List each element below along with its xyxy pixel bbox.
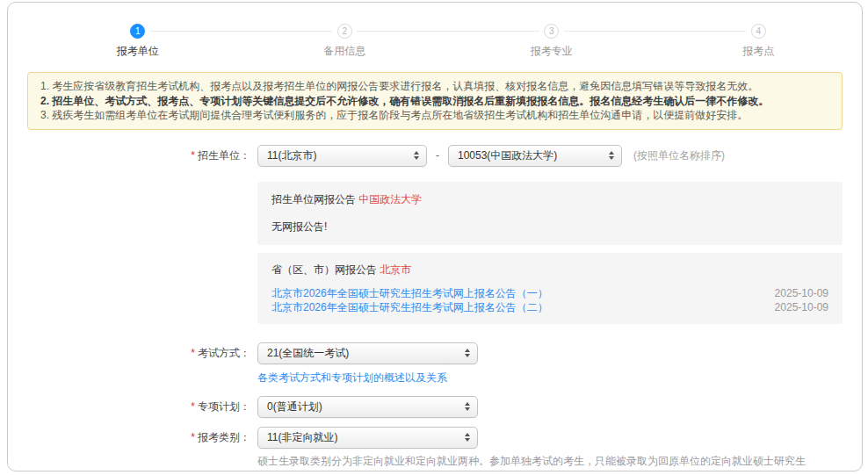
field-label-recruit-unit: *招生单位： [8, 148, 257, 163]
unit-select[interactable]: 10053(中国政法大学) [448, 145, 622, 167]
step-number-badge: 1 [130, 24, 145, 39]
province-select[interactable]: 11(北京市) [257, 145, 427, 167]
field-recruit-unit: *招生单位： 11(北京市) - 10053(中国政法大学) (按照单位名称排序… [8, 145, 862, 167]
registration-card: 1 报考单位 2 备用信息 3 报考专业 4 报考点 1. 考生应按省级教育招生… [7, 2, 863, 471]
step-number-badge: 2 [337, 24, 352, 39]
step-label: 报考专业 [531, 44, 573, 59]
step-number-badge: 4 [751, 24, 766, 39]
select-arrow-icon [465, 433, 470, 442]
exam-method-help-link[interactable]: 各类考试方式和专项计划的概述以及关系 [257, 371, 447, 385]
step-number-badge: 3 [544, 24, 559, 39]
unit-sort-hint: (按照单位名称排序) [633, 148, 725, 163]
unit-announcement-title: 招生单位网报公告 中国政法大学 [271, 192, 828, 207]
select-arrow-icon [414, 151, 419, 160]
step-item-exam-site[interactable]: 4 报考点 [655, 24, 863, 59]
field-apply-category: *报考类别： 11(非定向就业) [8, 427, 862, 449]
unit-select-value: 10053(中国政法大学) [458, 148, 602, 163]
required-asterisk: * [191, 400, 195, 413]
notice-box: 1. 考生应按省级教育招生考试机构、报考点以及报考招生单位的网报公告要求进行报名… [27, 72, 843, 130]
notice-line-1: 1. 考生应按省级教育招生考试机构、报考点以及报考招生单位的网报公告要求进行报名… [40, 79, 829, 94]
field-label-special-plan: *专项计划： [8, 399, 257, 414]
required-asterisk: * [191, 347, 195, 359]
select-arrow-icon [465, 349, 470, 357]
announcement-row: 北京市2026年全国硕士研究生招生考试网上报名公告（一） 2025-10-09 [271, 286, 828, 300]
category-note: 硕士生录取类别分为非定向就业和定向就业两种。参加单独考试的考生，只能被录取为回原… [257, 454, 862, 469]
unit-announcement-panel: 招生单位网报公告 中国政法大学 无网报公告! [257, 182, 843, 245]
apply-category-select-value: 11(非定向就业) [267, 430, 458, 445]
announcement-list: 北京市2026年全国硕士研究生招生考试网上报名公告（一） 2025-10-09 … [271, 286, 828, 314]
select-arrow-icon [609, 151, 614, 160]
exam-method-select-value: 21(全国统一考试) [267, 346, 458, 361]
step-label: 备用信息 [323, 44, 365, 59]
unit-announcement-empty-text: 无网报公告! [271, 220, 828, 234]
announcement-link[interactable]: 北京市2026年全国硕士研究生招生考试网上报名公告（二） [271, 300, 548, 314]
field-label-text: 考试方式： [198, 347, 250, 359]
apply-category-select[interactable]: 11(非定向就业) [257, 427, 478, 449]
announcement-row: 北京市2026年全国硕士研究生招生考试网上报名公告（二） 2025-10-09 [271, 300, 828, 314]
registration-form: *招生单位： 11(北京市) - 10053(中国政法大学) (按照单位名称排序… [8, 145, 862, 472]
exam-method-select[interactable]: 21(全国统一考试) [257, 342, 478, 364]
field-exam-method: *考试方式： 21(全国统一考试) [8, 342, 862, 364]
required-asterisk: * [191, 431, 195, 443]
announcement-link[interactable]: 北京市2026年全国硕士研究生招生考试网上报名公告（一） [271, 286, 548, 300]
step-label: 报考单位 [117, 44, 159, 59]
required-asterisk: * [191, 149, 195, 162]
field-label-exam-method: *考试方式： [8, 346, 257, 361]
province-name-highlight: 北京市 [380, 263, 411, 276]
special-plan-select-value: 0(普通计划) [267, 399, 458, 414]
field-label-text: 报考类别： [198, 431, 250, 443]
province-announcement-title: 省（区、市）网报公告 北京市 [271, 263, 828, 277]
step-item-apply-major[interactable]: 3 报考专业 [448, 24, 655, 59]
field-label-text: 招生单位： [198, 149, 250, 162]
step-item-apply-unit[interactable]: 1 报考单位 [34, 24, 242, 59]
announcement-date: 2025-10-09 [775, 300, 828, 314]
notice-line-3: 3. 残疾考生如需组考单位在考试期间提供合理考试便利服务的，应于报名阶段与考点所… [40, 108, 829, 123]
province-select-value: 11(北京市) [267, 148, 407, 163]
announcement-date: 2025-10-09 [775, 286, 828, 300]
field-special-plan: *专项计划： 0(普通计划) [8, 396, 862, 418]
notice-line-2: 2. 招生单位、考试方式、报考点、专项计划等关键信息提交后不允许修改，确有错误需… [40, 94, 829, 109]
field-label-apply-category: *报考类别： [8, 430, 257, 445]
unit-name-highlight: 中国政法大学 [358, 193, 422, 205]
stepper: 1 报考单位 2 备用信息 3 报考专业 4 报考点 [8, 3, 862, 59]
separator-dash: - [436, 149, 439, 162]
special-plan-select[interactable]: 0(普通计划) [257, 396, 478, 418]
field-label-text: 专项计划： [198, 400, 250, 413]
step-label: 报考点 [742, 44, 774, 59]
province-announcement-panel: 省（区、市）网报公告 北京市 北京市2026年全国硕士研究生招生考试网上报名公告… [257, 253, 843, 324]
step-item-backup-info[interactable]: 2 备用信息 [242, 24, 449, 59]
select-arrow-icon [465, 402, 470, 411]
